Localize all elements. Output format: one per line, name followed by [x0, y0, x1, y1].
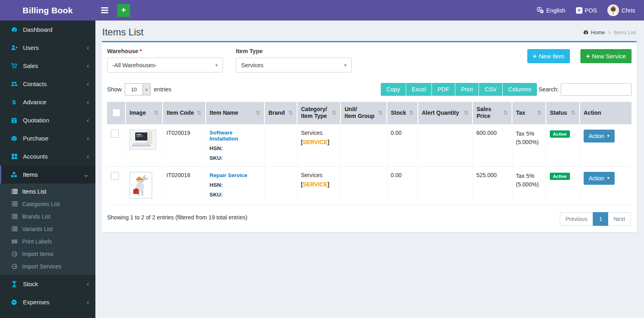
sort-icon: ⇅ — [288, 109, 293, 116]
page-length-select[interactable]: 10 ∨ — [125, 83, 151, 95]
export-button-group: Copy Excel PDF Print CSV Columns — [381, 83, 537, 96]
chevron-left-icon: ‹ — [87, 135, 89, 142]
previous-page-button[interactable]: Previous — [560, 212, 593, 226]
sidebar-subitem-import-items[interactable]: Import Items — [0, 248, 95, 260]
item-name-link[interactable]: Repair Service — [210, 172, 248, 178]
item-name-link[interactable]: Software Installation — [210, 130, 261, 142]
search-label: Search: — [539, 86, 559, 93]
header-sales-price[interactable]: Sales Price⇅ — [473, 102, 512, 124]
sidebar-item-quotation[interactable]: Quotation ‹ — [0, 111, 95, 129]
breadcrumb-home[interactable]: Home — [583, 29, 605, 35]
item-type-select[interactable]: Services ▾ — [236, 58, 352, 72]
sidebar-item-dashboard[interactable]: Dashboard — [0, 21, 95, 39]
chevron-left-icon: ‹ — [87, 281, 89, 288]
header-select-all[interactable] — [107, 102, 126, 124]
item-thumbnail-software-installation[interactable] — [130, 130, 156, 150]
tax-cell: Tax 5% (5.000%) — [512, 166, 546, 205]
sidebar-item-stock[interactable]: Stock ‹ — [0, 275, 95, 293]
chevron-down-icon: ⌄ — [84, 171, 89, 178]
header-category-item-type[interactable]: Category/ Item Type⇅ — [297, 102, 341, 124]
status-badge: Active — [550, 173, 570, 180]
sidebar-subitem-variants-list[interactable]: Variants List — [0, 223, 95, 235]
sidebar-item-label: Contacts — [23, 81, 87, 87]
page-1-button[interactable]: 1 — [593, 212, 608, 226]
header-tax[interactable]: Tax⇅ — [512, 102, 546, 124]
sort-icon: ⇅ — [464, 109, 469, 116]
header-item-name[interactable]: Item Name⇅ — [206, 102, 264, 124]
sidebar-item-advance[interactable]: $ Advance ‹ — [0, 93, 95, 111]
action-button[interactable]: Action ▾ — [584, 130, 615, 142]
sidebar-item-expenses[interactable]: Expenses ‹ — [0, 293, 95, 311]
page-length-value: 10 — [125, 84, 142, 95]
items-table: Image⇅ Item Code⇅ Item Name⇅ Brand⇅ Cate… — [107, 102, 632, 205]
item-type-label: Item Type — [236, 48, 352, 54]
alert-quantity-cell — [418, 124, 473, 166]
sidebar-item-contacts[interactable]: Contacts ‹ — [0, 75, 95, 93]
app-logo[interactable]: Billing Book — [0, 0, 95, 21]
hourglass-icon — [10, 281, 19, 287]
pos-plus-icon: + — [576, 7, 582, 14]
language-menu[interactable]: English — [537, 7, 566, 14]
breadcrumb-home-label: Home — [591, 29, 605, 35]
list-icon — [11, 201, 18, 206]
chevron-left-icon: ‹ — [87, 81, 89, 88]
sidebar-subitem-import-services[interactable]: Import Services — [0, 260, 95, 273]
sidebar-subitem-print-labels[interactable]: Print Labels — [0, 235, 95, 248]
user-menu[interactable]: Chris — [607, 4, 635, 16]
plus-icon: + — [533, 52, 537, 60]
warehouse-select-value: -All Warehouses- — [112, 62, 157, 68]
new-item-button[interactable]: + New Item — [527, 49, 570, 63]
search-input[interactable] — [561, 83, 632, 96]
sidebar-item-users[interactable]: Users ‹ — [0, 39, 95, 57]
category-cell: Services [SERVICE] — [297, 166, 341, 205]
dollar-icon: $ — [10, 99, 19, 105]
sidebar-subitem-categories-list[interactable]: Categories List — [0, 198, 95, 210]
service-tag: SERVICE — [303, 181, 327, 188]
export-print-button[interactable]: Print — [455, 83, 479, 96]
header-status[interactable]: Status⇅ — [546, 102, 580, 124]
export-copy-button[interactable]: Copy — [381, 83, 406, 96]
category-cell: Services [SERVICE] — [297, 124, 341, 166]
item-code-cell: IT020019 — [163, 124, 206, 166]
export-columns-button[interactable]: Columns — [503, 83, 537, 96]
select-all-checkbox[interactable] — [112, 109, 120, 117]
pos-button[interactable]: + POS — [576, 7, 597, 14]
item-thumbnail-repair-service[interactable] — [130, 172, 152, 198]
items-submenu: Items List Categories List Brands List V… — [0, 184, 95, 275]
header-alert-quantity[interactable]: Alert Quantity⇅ — [418, 102, 473, 124]
sidebar-item-label: Expenses — [23, 299, 87, 306]
export-pdf-button[interactable]: PDF — [432, 83, 455, 96]
sidebar-item-items[interactable]: Items ⌄ — [0, 165, 95, 184]
header-image[interactable]: Image⇅ — [126, 102, 163, 124]
export-csv-button[interactable]: CSV — [479, 83, 503, 96]
row-checkbox[interactable] — [111, 172, 119, 180]
users-group-icon — [10, 81, 19, 87]
quick-add-button[interactable]: + — [117, 4, 130, 17]
cube-icon — [10, 135, 19, 142]
header-brand[interactable]: Brand⇅ — [264, 102, 297, 124]
menu-toggle-icon[interactable] — [95, 0, 114, 21]
sidebar-item-label: Quotation — [23, 117, 87, 124]
export-excel-button[interactable]: Excel — [406, 83, 432, 96]
sidebar-item-accounts[interactable]: Accounts ‹ — [0, 147, 95, 165]
header-unit-item-group[interactable]: Unit/ Item Group⇅ — [341, 102, 387, 124]
breadcrumb-separator: > — [608, 29, 611, 35]
header-item-code[interactable]: Item Code⇅ — [163, 102, 206, 124]
sidebar-subitem-brands-list[interactable]: Brands List — [0, 210, 95, 223]
row-checkbox[interactable] — [111, 130, 119, 138]
new-service-button[interactable]: + New Service — [580, 49, 632, 63]
sidebar-item-purchase[interactable]: Purchase ‹ — [0, 129, 95, 147]
sales-price-cell: 600.000 — [473, 124, 512, 166]
next-page-button[interactable]: Next — [608, 212, 631, 226]
dashboard-icon — [10, 26, 19, 33]
sidebar-item-sales[interactable]: Sales ‹ — [0, 57, 95, 75]
sidebar-item-label: Sales — [23, 62, 87, 69]
sidebar-item-label: Purchase — [23, 135, 87, 142]
language-label: English — [546, 7, 566, 14]
grid-icon — [10, 153, 19, 159]
action-button[interactable]: Action ▾ — [584, 172, 615, 185]
sku-label: SKU: — [210, 155, 261, 161]
sidebar-subitem-items-list[interactable]: Items List — [0, 185, 95, 198]
header-stock[interactable]: Stock⇅ — [387, 102, 418, 124]
warehouse-select[interactable]: -All Warehouses- ▾ — [107, 58, 223, 72]
